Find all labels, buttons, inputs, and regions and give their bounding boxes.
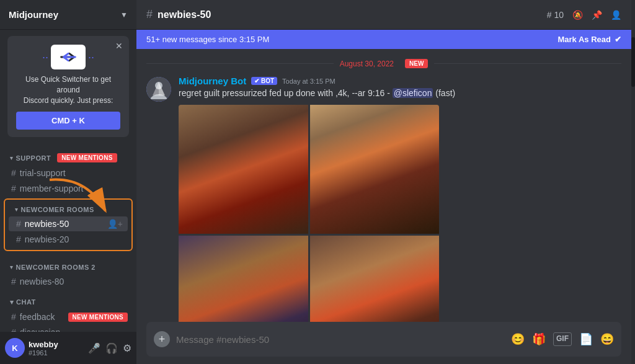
channel-header-name: newbies-50 — [158, 9, 211, 20]
attach-button[interactable]: + — [154, 331, 170, 347]
user-tag: #1961 — [29, 349, 84, 357]
channel-hash-icon: # — [11, 184, 16, 193]
new-messages-text: 51+ new messages since 3:15 PM — [146, 35, 269, 44]
new-mentions-badge-support: NEW MENTIONS — [57, 153, 117, 162]
header-actions: # 10 🔕 📌 👤 — [547, 10, 621, 20]
generated-image-4[interactable] — [310, 236, 440, 322]
avatar: K — [5, 338, 25, 358]
channel-hash-icon: # — [11, 327, 16, 332]
sticker-icon[interactable]: 📄 — [579, 332, 593, 346]
quick-switcher-popup: ✕ ·· ·· Use Quick Switcher to get around… — [7, 36, 129, 137]
message-meta: Midjourney Bot ✔ BOT Today at 3:15 PM — [179, 76, 621, 86]
user-info: kwebby #1961 — [29, 340, 84, 357]
server-header[interactable]: Midjourney ▼ — [0, 0, 136, 30]
bot-avatar — [146, 77, 171, 102]
avatar-image — [146, 77, 171, 102]
support-chevron-icon: ▾ — [10, 155, 14, 161]
channel-item-trial-support[interactable]: # trial-support — [4, 166, 133, 180]
message-time: Today at 3:15 PM — [282, 78, 335, 85]
message-input-bar: + 😊 🎁 GIF 📄 😄 — [146, 322, 621, 357]
input-actions: 😊 🎁 GIF 📄 😄 — [511, 332, 614, 346]
qs-dots-left: ·· — [42, 51, 48, 64]
quick-switcher-close-button[interactable]: ✕ — [115, 41, 123, 51]
channel-name: member-support — [20, 184, 128, 193]
message-content: Midjourney Bot ✔ BOT Today at 3:15 PM re… — [179, 76, 621, 322]
generated-image-3[interactable] — [179, 236, 308, 322]
newcomer-rooms-2-label: ▾ NEWCOMER ROOMS 2 — [0, 254, 136, 273]
channel-name: newbies-50 — [25, 219, 104, 229]
microphone-icon[interactable]: 🎤 — [88, 342, 100, 354]
new-mentions-badge-feedback: NEW MENTIONS — [68, 313, 128, 322]
date-text: August 30, 2022 — [340, 60, 394, 68]
message-suffix: (fast) — [435, 88, 455, 98]
newcomer-rooms-section: ▾ NEWCOMER ROOMS # newbies-50 👤+ # newbi… — [4, 198, 133, 251]
message-input[interactable] — [176, 334, 505, 345]
date-divider: August 30, 2022 NEW — [146, 59, 621, 68]
scrollbar-thumb — [631, 37, 635, 87]
sidebar: Midjourney ▼ ✕ ·· ·· Use Quick Switcher … — [0, 0, 136, 364]
new-messages-bar: 51+ new messages since 3:15 PM Mark As R… — [136, 30, 631, 49]
channel-name: feedback — [20, 312, 61, 322]
sidebar-channel-list: ▾ SUPPORT NEW MENTIONS # trial-support #… — [0, 143, 136, 332]
channel-hash-icon: # — [11, 312, 16, 322]
newcomer-rooms-chevron-icon: ▾ — [15, 206, 19, 213]
check-icon: ✔ — [615, 35, 621, 44]
message-text: regret guilt pressurized fed up done wit… — [179, 87, 621, 100]
generated-image-1[interactable] — [179, 105, 308, 234]
quick-switcher-description: Use Quick Switcher to get around Discord… — [16, 74, 120, 105]
image-grid — [179, 105, 439, 322]
members-panel-icon[interactable]: 👤 — [611, 10, 621, 20]
members-count-button[interactable]: # 10 — [547, 10, 564, 20]
mute-icon[interactable]: 🔕 — [572, 10, 583, 20]
channel-name: trial-support — [20, 168, 128, 178]
channel-hash-icon: # — [16, 234, 21, 244]
server-name: Midjourney — [9, 9, 58, 20]
headphones-icon[interactable]: 🎧 — [105, 342, 118, 354]
bot-badge: ✔ BOT — [251, 77, 277, 85]
add-member-icon[interactable]: 👤+ — [107, 219, 123, 229]
message-body: regret guilt pressurized fed up done wit… — [179, 88, 390, 98]
channel-item-newbies-80[interactable]: # newbies-80 — [4, 274, 133, 289]
channel-item-feedback[interactable]: # feedback NEW MENTIONS — [4, 309, 133, 324]
username: kwebby — [29, 340, 84, 349]
members-count: 10 — [554, 10, 564, 20]
user-controls: 🎤 🎧 ⚙ — [88, 342, 131, 354]
channel-name: discussion — [20, 327, 128, 332]
messages-area[interactable]: August 30, 2022 NEW — [136, 49, 631, 322]
right-scrollbar[interactable] — [631, 0, 635, 364]
channel-item-discussion[interactable]: # discussion — [4, 325, 133, 332]
channel-header-hash-icon: # — [146, 8, 153, 21]
channel-name: newbies-20 — [25, 234, 123, 244]
user-bar: K kwebby #1961 🎤 🎧 ⚙ — [0, 332, 136, 364]
mark-as-read-button[interactable]: Mark As Read ✔ — [558, 35, 622, 44]
newcomer-rooms-label: ▾ NEWCOMER ROOMS — [5, 202, 131, 216]
channel-item-newbies-20[interactable]: # newbies-20 — [9, 232, 128, 247]
channel-name: newbies-80 — [20, 277, 128, 286]
pin-icon[interactable]: 📌 — [592, 10, 602, 20]
channel-hash-icon: # — [11, 168, 16, 178]
message-author: Midjourney Bot — [179, 76, 246, 86]
support-section-label: ▾ SUPPORT NEW MENTIONS — [0, 143, 136, 165]
channel-header: # newbies-50 # 10 🔕 📌 👤 — [136, 0, 631, 30]
channel-hash-icon: # — [11, 277, 16, 286]
quick-switcher-arrow-icon — [51, 45, 86, 69]
main-content: # newbies-50 # 10 🔕 📌 👤 51+ new messages… — [136, 0, 631, 364]
chat-section-chevron-icon: ▾ — [10, 298, 14, 306]
quick-switcher-icon-row: ·· ·· — [16, 45, 120, 69]
new-badge: NEW — [405, 59, 428, 68]
gif-button[interactable]: GIF — [553, 332, 572, 346]
emoji-icon[interactable]: 😄 — [600, 332, 614, 346]
settings-icon[interactable]: ⚙ — [123, 342, 131, 354]
message-row: Midjourney Bot ✔ BOT Today at 3:15 PM re… — [146, 73, 621, 322]
channel-item-newbies-50[interactable]: # newbies-50 👤+ — [9, 216, 128, 231]
qs-dots-right: ·· — [88, 51, 94, 64]
generated-image-2[interactable] — [310, 105, 440, 234]
chat-section-label: ▾ CHAT — [0, 290, 136, 309]
emoji-suggest-icon[interactable]: 😊 — [511, 332, 525, 346]
mention: @sleficon — [393, 88, 433, 98]
gift-icon[interactable]: 🎁 — [532, 332, 546, 346]
channel-item-member-support[interactable]: # member-support — [4, 181, 133, 196]
quick-switcher-shortcut-button[interactable]: CMD + K — [16, 112, 120, 130]
server-chevron-icon[interactable]: ▼ — [120, 11, 128, 19]
newcomer-rooms-2-chevron-icon: ▾ — [10, 264, 14, 270]
